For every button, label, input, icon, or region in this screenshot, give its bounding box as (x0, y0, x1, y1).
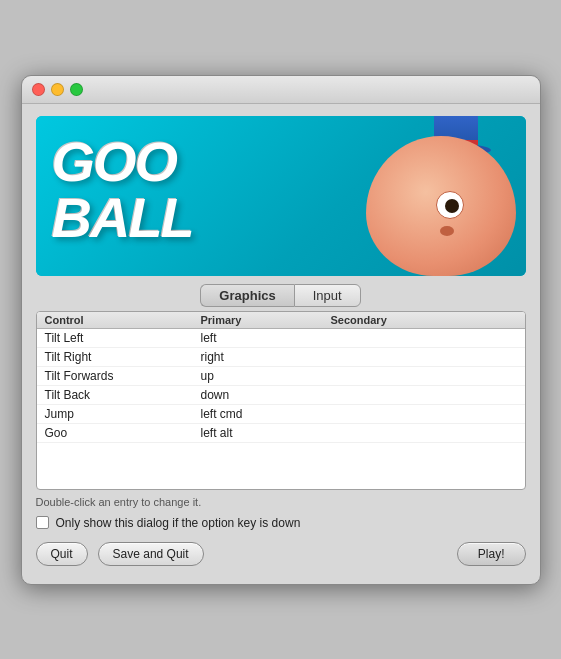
table-body: Tilt Left left Tilt Right right Tilt For… (37, 329, 525, 489)
traffic-lights (32, 83, 83, 96)
table-row[interactable]: Tilt Forwards up (37, 367, 525, 386)
character-face (366, 136, 516, 276)
controls-table: Control Primary Secondary Tilt Left left… (36, 311, 526, 490)
cell-control: Tilt Forwards (37, 369, 197, 383)
table-header: Control Primary Secondary (37, 312, 525, 329)
cell-secondary (327, 331, 525, 345)
cell-secondary (327, 369, 525, 383)
tab-input[interactable]: Input (294, 284, 361, 307)
table-row[interactable]: Tilt Right right (37, 348, 525, 367)
game-logo: GOO BALL (52, 134, 193, 246)
cell-secondary (327, 350, 525, 364)
cell-primary: left cmd (197, 407, 327, 421)
minimize-button[interactable] (51, 83, 64, 96)
cell-control: Jump (37, 407, 197, 421)
table-row[interactable]: Jump left cmd (37, 405, 525, 424)
quit-button[interactable]: Quit (36, 542, 88, 566)
buttons-row: Quit Save and Quit Play! (36, 542, 526, 566)
table-hint: Double-click an entry to change it. (36, 496, 526, 508)
logo-line1: GOO (52, 134, 193, 190)
logo-line2: BALL (52, 190, 193, 246)
tabs-bar: Graphics Input (22, 284, 540, 307)
close-button[interactable] (32, 83, 45, 96)
cell-primary: left alt (197, 426, 327, 440)
play-button[interactable]: Play! (457, 542, 526, 566)
cell-primary: up (197, 369, 327, 383)
cell-primary: down (197, 388, 327, 402)
game-banner: GOO BALL (36, 116, 526, 276)
maximize-button[interactable] (70, 83, 83, 96)
table-row[interactable]: Goo left alt (37, 424, 525, 443)
cell-control: Tilt Left (37, 331, 197, 345)
cell-primary: left (197, 331, 327, 345)
col-header-primary: Primary (197, 314, 327, 326)
cell-control: Tilt Back (37, 388, 197, 402)
cell-control: Goo (37, 426, 197, 440)
option-key-checkbox[interactable] (36, 516, 49, 529)
cell-primary: right (197, 350, 327, 364)
checkbox-row: Only show this dialog if the option key … (36, 516, 526, 530)
save-quit-button[interactable]: Save and Quit (98, 542, 204, 566)
cell-secondary (327, 426, 525, 440)
title-bar (22, 76, 540, 104)
col-header-control: Control (37, 314, 197, 326)
character-art (356, 116, 516, 276)
cell-secondary (327, 407, 525, 421)
checkbox-label: Only show this dialog if the option key … (56, 516, 301, 530)
tab-graphics[interactable]: Graphics (200, 284, 293, 307)
cell-secondary (327, 388, 525, 402)
table-row[interactable]: Tilt Back down (37, 386, 525, 405)
main-window: GOO BALL Graphics Input (21, 75, 541, 585)
table-row[interactable]: Tilt Left left (37, 329, 525, 348)
cell-control: Tilt Right (37, 350, 197, 364)
col-header-secondary: Secondary (327, 314, 525, 326)
